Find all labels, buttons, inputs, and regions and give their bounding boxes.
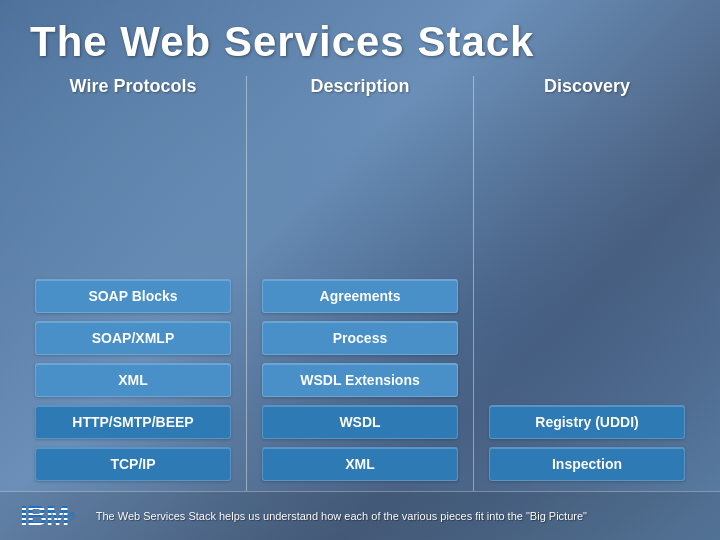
list-item: XML [35, 363, 231, 397]
col-items-discovery: Registry (UDDI) Inspection [489, 405, 685, 491]
list-item: Inspection [489, 447, 685, 481]
list-item: Process [262, 321, 458, 355]
list-item: Agreements [262, 279, 458, 313]
title-area: The Web Services Stack [0, 0, 720, 76]
list-item: XML [262, 447, 458, 481]
list-item: SOAP/XMLP [35, 321, 231, 355]
column-description: Description Agreements Process WSDL Exte… [247, 76, 474, 491]
column-wire-protocols: Wire Protocols SOAP Blocks SOAP/XMLP XML… [20, 76, 247, 491]
ibm-logo: IBM® [20, 500, 76, 532]
col-header-wire-protocols: Wire Protocols [35, 76, 231, 97]
slide: The Web Services Stack Wire Protocols SO… [0, 0, 720, 540]
list-item: WSDL Extensions [262, 363, 458, 397]
list-item: SOAP Blocks [35, 279, 231, 313]
column-discovery: Discovery Registry (UDDI) Inspection [474, 76, 700, 491]
col-header-description: Description [262, 76, 458, 97]
ibm-registered-mark: ® [68, 511, 75, 522]
col-header-discovery: Discovery [489, 76, 685, 97]
list-item: TCP/IP [35, 447, 231, 481]
list-item: HTTP/SMTP/BEEP [35, 405, 231, 439]
ibm-logo-text: IBM [20, 500, 68, 532]
slide-title: The Web Services Stack [30, 18, 690, 66]
footer-text: The Web Services Stack helps us understa… [96, 510, 587, 522]
list-item: Registry (UDDI) [489, 405, 685, 439]
main-content: Wire Protocols SOAP Blocks SOAP/XMLP XML… [0, 76, 720, 491]
list-item: WSDL [262, 405, 458, 439]
bottom-bar: IBM® The Web Services Stack helps us und… [0, 491, 720, 540]
col-items-wire-protocols: SOAP Blocks SOAP/XMLP XML HTTP/SMTP/BEEP… [35, 279, 231, 491]
col-items-description: Agreements Process WSDL Extensions WSDL … [262, 279, 458, 491]
